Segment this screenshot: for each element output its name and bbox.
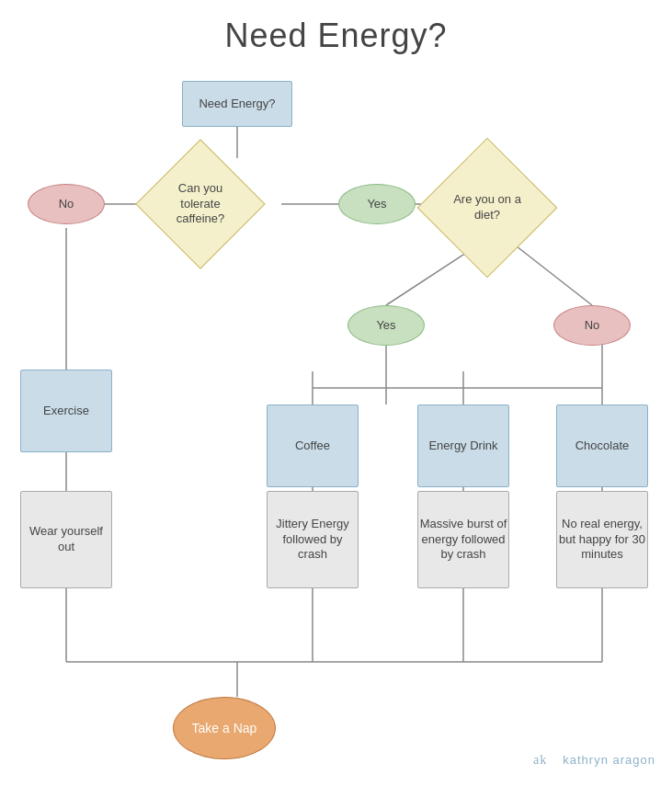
watermark: ak kathryn aragon xyxy=(531,749,655,769)
no-caffeine-oval: No xyxy=(28,184,105,224)
page-title: Need Energy? xyxy=(0,0,672,55)
chocolate-box: Chocolate xyxy=(556,404,648,487)
yes-diet-oval: Yes xyxy=(347,305,425,346)
take-nap-oval: Take a Nap xyxy=(173,697,276,759)
on-diet-diamond: Are you on a diet? xyxy=(438,158,537,257)
wear-out-box: Wear yourself out xyxy=(20,491,112,588)
no-diet-oval: No xyxy=(553,305,631,346)
can-tolerate-diamond: Can you tolerate caffeine? xyxy=(154,158,246,250)
watermark-text: kathryn aragon xyxy=(563,753,655,767)
svg-text:ak: ak xyxy=(533,753,547,767)
jittery-box: Jittery Energy followed by crash xyxy=(267,491,359,588)
watermark-icon: ak xyxy=(531,749,557,769)
no-real-box: No real energy, but happy for 30 minutes xyxy=(556,491,648,588)
coffee-box: Coffee xyxy=(267,404,359,487)
yes-caffeine-oval: Yes xyxy=(338,184,416,224)
exercise-box: Exercise xyxy=(20,370,112,452)
flowchart: Need Energy? xyxy=(0,0,672,786)
energy-drink-box: Energy Drink xyxy=(417,404,509,487)
need-energy-box: Need Energy? xyxy=(182,81,292,127)
massive-box: Massive burst of energy followed by cras… xyxy=(417,491,509,588)
